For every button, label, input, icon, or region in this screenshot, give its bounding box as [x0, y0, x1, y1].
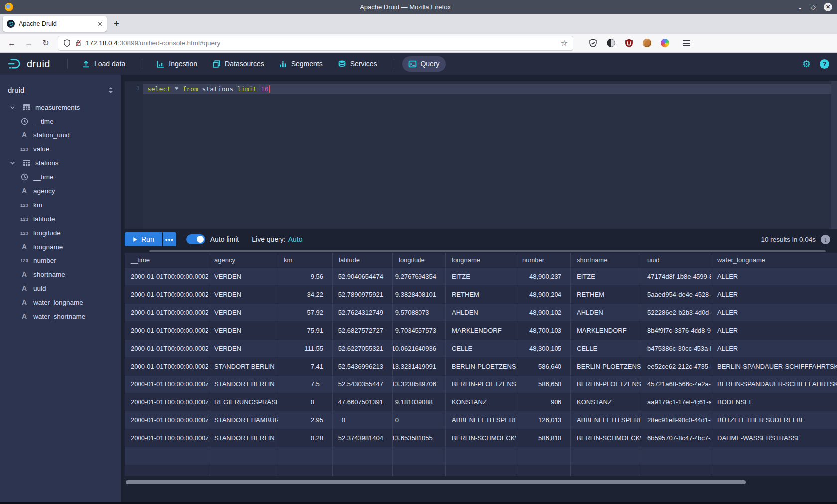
table-cell-km[interactable]: 34.22	[278, 286, 333, 304]
table-cell-number[interactable]: 48,700,103	[516, 322, 571, 340]
table-cell-uuid[interactable]: 8b4f9f7c-3376-4dd8-95c	[641, 322, 711, 340]
table-cell-water_longname[interactable]: BERLIN-SPANDAUER-SCHIFFFAHRTSKANAL	[711, 376, 837, 393]
table-cell-water_longname[interactable]: ALLER	[711, 322, 837, 340]
back-button-icon[interactable]: ←	[5, 36, 19, 50]
window-close-icon[interactable]: ✕	[824, 3, 832, 11]
table-cell-__time[interactable]: 2000-01-01T00:00:00.000Z	[125, 393, 208, 411]
tab-close-icon[interactable]: ✕	[97, 20, 103, 28]
editor-active-line[interactable]: select * from stations limit 10	[143, 84, 837, 94]
window-minimize-icon[interactable]: ⌄	[797, 3, 803, 11]
table-cell-shortname[interactable]: RETHEM	[571, 286, 641, 304]
table-cell-__time[interactable]: 2000-01-01T00:00:00.000Z	[125, 411, 208, 429]
table-cell-km[interactable]: 0.28	[278, 429, 333, 447]
table-cell-agency[interactable]: VERDEN	[208, 340, 278, 358]
sidebar-column-latitude[interactable]: 123latitude	[0, 212, 121, 226]
table-cell-km[interactable]: 7.41	[278, 358, 333, 376]
sidebar-column-number[interactable]: 123number	[0, 253, 121, 267]
table-cell-longname[interactable]: EITZE	[446, 268, 516, 286]
sql-editor[interactable]: 1 select * from stations limit 10	[125, 81, 837, 229]
table-cell-__time[interactable]: 2000-01-01T00:00:00.000Z	[125, 268, 208, 286]
table-cell-latitude[interactable]: 52.5436996213	[333, 358, 393, 376]
table-cell-longitude[interactable]: 9.57088073	[393, 304, 446, 322]
sidebar-column-km[interactable]: 123km	[0, 198, 121, 212]
table-cell-uuid[interactable]: aa9179c1-17ef-4c61-a48	[641, 393, 711, 411]
column-header-longitude[interactable]: longitude	[393, 253, 446, 268]
table-cell-number[interactable]: 48,900,204	[516, 286, 571, 304]
nav-item-query[interactable]: Query	[402, 56, 445, 72]
column-header-latitude[interactable]: latitude	[333, 253, 393, 268]
column-header-longname[interactable]: longname	[446, 253, 516, 268]
table-cell-agency[interactable]: VERDEN	[208, 268, 278, 286]
bookmark-star-icon[interactable]: ☆	[561, 38, 568, 48]
editor-scrollbar[interactable]	[831, 81, 837, 229]
forward-button-icon[interactable]: →	[22, 36, 36, 50]
table-cell-longitude[interactable]: 9.3828408101	[393, 286, 446, 304]
table-cell-number[interactable]: 906	[516, 393, 571, 411]
table-cell-shortname[interactable]: CELLE	[571, 340, 641, 358]
table-cell-uuid[interactable]: 28ec91e8-90c0-44d1-8fc	[641, 411, 711, 429]
table-cell-number[interactable]: 48,900,102	[516, 304, 571, 322]
table-cell-latitude[interactable]: 52.5430355447	[333, 376, 393, 393]
nav-item-services[interactable]: Services	[332, 56, 383, 72]
table-cell-longitude[interactable]: 9.181039088	[393, 393, 446, 411]
table-cell-agency[interactable]: STANDORT BERLIN	[208, 429, 278, 447]
table-cell-uuid[interactable]: b475386c-30cc-453a-b3	[641, 340, 711, 358]
table-cell-number[interactable]: 586,650	[516, 376, 571, 393]
table-cell-__time[interactable]: 2000-01-01T00:00:00.000Z	[125, 304, 208, 322]
table-cell-longitude[interactable]: 9.2767694354	[393, 268, 446, 286]
table-cell-latitude[interactable]: 52.6227055321	[333, 340, 393, 358]
sidebar-column-agency[interactable]: Aagency	[0, 184, 121, 198]
table-cell-latitude[interactable]: 52.6827572727	[333, 322, 393, 340]
column-header-shortname[interactable]: shortname	[571, 253, 641, 268]
table-cell-longitude[interactable]: 13.653581055	[393, 429, 446, 447]
table-cell-shortname[interactable]: KONSTANZ	[571, 393, 641, 411]
table-cell-agency[interactable]: VERDEN	[208, 304, 278, 322]
settings-gear-icon[interactable]: ⚙	[802, 58, 811, 70]
auto-limit-toggle[interactable]	[186, 234, 205, 244]
table-cell-km[interactable]: 9.56	[278, 268, 333, 286]
table-cell-longname[interactable]: BERLIN-SCHMOECKWITZW	[446, 429, 516, 447]
run-button[interactable]: Run	[125, 232, 162, 246]
table-cell-uuid[interactable]: 47174d8f-1b8e-4599-8a	[641, 268, 711, 286]
table-cell-water_longname[interactable]: ALLER	[711, 268, 837, 286]
table-cell-longname[interactable]: ABBENFLETH SPERRWERK	[446, 411, 516, 429]
run-more-button[interactable]: •••	[163, 232, 176, 246]
table-cell-km[interactable]: 7.5	[278, 376, 333, 393]
table-cell-uuid[interactable]: 5aaed954-de4e-4528-8f	[641, 286, 711, 304]
reload-button-icon[interactable]: ↻	[39, 36, 53, 50]
sidebar-table-measurements[interactable]: measurements	[0, 100, 121, 114]
editor-code-area[interactable]: select * from stations limit 10	[143, 81, 837, 229]
results-bottom-scrollbar[interactable]	[126, 480, 746, 484]
nav-item-datasources[interactable]: Datasources	[206, 56, 270, 72]
table-cell-agency[interactable]: STANDORT BERLIN	[208, 358, 278, 376]
table-cell-agency[interactable]: STANDORT BERLIN	[208, 376, 278, 393]
table-cell-water_longname[interactable]: BÜTZFLETHER SÜDERELBE	[711, 411, 837, 429]
column-header-number[interactable]: number	[516, 253, 571, 268]
live-query-value[interactable]: Auto	[288, 235, 303, 243]
table-cell-shortname[interactable]: AHLDEN	[571, 304, 641, 322]
sidebar-table-stations[interactable]: stations	[0, 156, 121, 170]
sidebar-column-uuid[interactable]: Auuid	[0, 281, 121, 295]
window-maximize-icon[interactable]: ◇	[811, 3, 816, 11]
table-cell-shortname[interactable]: EITZE	[571, 268, 641, 286]
nav-item-ingestion[interactable]: Ingestion	[150, 56, 203, 72]
table-cell-uuid[interactable]: 45721a68-566c-4e2a-a6	[641, 376, 711, 393]
sort-double-caret-icon[interactable]	[108, 87, 114, 94]
table-cell-latitude[interactable]: 52.7624312749	[333, 304, 393, 322]
column-header-uuid[interactable]: uuid	[641, 253, 711, 268]
extension-shield-icon[interactable]	[588, 38, 598, 48]
table-cell-longname[interactable]: BERLIN-PLOETZENSEE UW	[446, 376, 516, 393]
menu-hamburger-icon[interactable]	[683, 40, 690, 46]
table-cell-number[interactable]: 586,640	[516, 358, 571, 376]
table-cell-latitude[interactable]: 52.3743981404	[333, 429, 393, 447]
table-cell-__time[interactable]: 2000-01-01T00:00:00.000Z	[125, 358, 208, 376]
table-cell-shortname[interactable]: BERLIN-PLOETZENSEE UW	[571, 376, 641, 393]
table-cell-agency[interactable]: VERDEN	[208, 322, 278, 340]
table-cell-km[interactable]: 75.91	[278, 322, 333, 340]
table-cell-uuid[interactable]: ee52ce62-212c-4735-b4	[641, 358, 711, 376]
table-cell-longname[interactable]: AHLDEN	[446, 304, 516, 322]
table-cell-__time[interactable]: 2000-01-01T00:00:00.000Z	[125, 340, 208, 358]
table-cell-__time[interactable]: 2000-01-01T00:00:00.000Z	[125, 322, 208, 340]
sidebar-column-__time[interactable]: __time	[0, 114, 121, 128]
extension-mask-icon[interactable]	[606, 38, 616, 48]
